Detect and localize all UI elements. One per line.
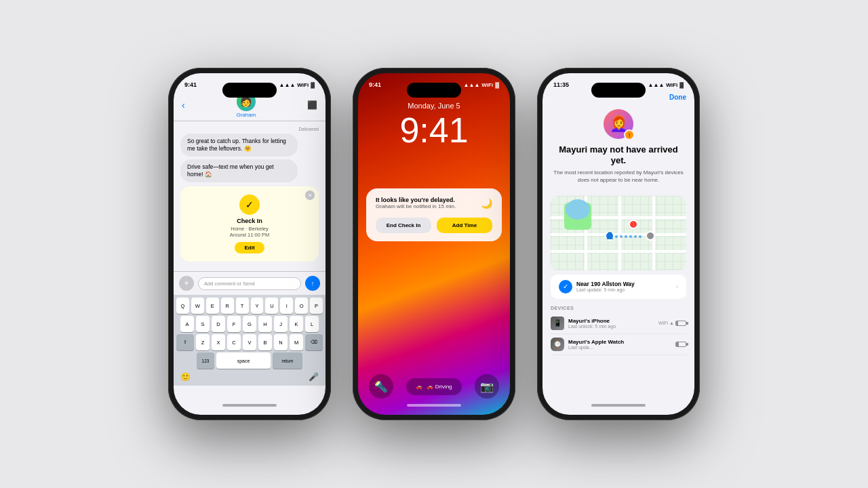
messages-list: Delivered So great to catch up. Thanks f… bbox=[174, 121, 326, 271]
dynamic-island-2 bbox=[407, 83, 461, 98]
notification-subtitle: Graham will be notified in 15 min. bbox=[376, 203, 456, 209]
keyboard: Q W E R T Y U I O P A S D F G H J K L bbox=[174, 295, 326, 386]
notification-emoji: 🌙 bbox=[481, 198, 492, 209]
send-button[interactable]: ↑ bbox=[305, 276, 320, 291]
home-indicator-1 bbox=[222, 404, 277, 407]
key-r[interactable]: R bbox=[221, 298, 234, 314]
end-checkin-button[interactable]: End Check In bbox=[376, 218, 431, 233]
key-y[interactable]: Y bbox=[251, 298, 264, 314]
mayuri-avatar-icon: 👩‍🦰 bbox=[610, 115, 628, 133]
road-v2 bbox=[618, 196, 621, 270]
key-d[interactable]: D bbox=[212, 316, 225, 332]
delete-key[interactable]: ⌫ bbox=[305, 334, 323, 350]
key-q[interactable]: Q bbox=[176, 298, 189, 314]
location-last-update: Last update: 5 min ago bbox=[576, 287, 635, 292]
flashlight-button[interactable]: 🔦 bbox=[369, 374, 393, 399]
key-h[interactable]: H bbox=[258, 316, 272, 332]
checkin-close-button[interactable]: ✕ bbox=[305, 190, 315, 200]
dictation-icon[interactable]: 🎤 bbox=[309, 372, 319, 382]
alert-avatar-container: 👩‍🦰 ! bbox=[604, 109, 633, 139]
map-route-dots bbox=[610, 235, 642, 238]
lock-status-icons: ▲▲▲ WiFi ▓ bbox=[464, 82, 499, 88]
key-b[interactable]: B bbox=[258, 334, 272, 350]
lock-date: Monday, June 5 bbox=[358, 102, 510, 110]
checkin-card: ✕ ✓ Check In Home · Berkeley Around 11:0… bbox=[180, 186, 319, 262]
driving-car-icon: 🚗 bbox=[416, 384, 422, 390]
contact-name: Graham bbox=[236, 112, 256, 118]
key-x[interactable]: X bbox=[212, 334, 225, 350]
checkin-check-icon: ✓ bbox=[239, 195, 260, 215]
alert-wifi: WiFi bbox=[666, 82, 677, 88]
back-button[interactable]: ‹ bbox=[182, 100, 185, 110]
signal-icon: ▲▲▲ bbox=[279, 82, 296, 88]
battery-icon: ▓ bbox=[311, 82, 315, 88]
checkin-title: Check In bbox=[237, 218, 262, 224]
add-attachment-button[interactable]: + bbox=[179, 276, 194, 291]
key-g[interactable]: G bbox=[243, 316, 256, 332]
keyboard-row-2: A S D F G H J K L bbox=[176, 316, 323, 332]
phone-messages: 9:41 ▲▲▲ WiFi ▓ ‹ 🧑 Graham ⬛ Delivered S… bbox=[168, 68, 331, 420]
notification-actions: End Check In Add Time bbox=[376, 218, 492, 233]
message-text-input[interactable]: Add comment or Send bbox=[198, 277, 301, 290]
numbers-key[interactable]: 123 bbox=[197, 352, 214, 369]
notification-title: It looks like you're delayed. bbox=[376, 197, 456, 203]
key-s[interactable]: S bbox=[196, 316, 210, 332]
watch-battery-indicator bbox=[675, 342, 686, 347]
wifi-icon: WiFi bbox=[297, 82, 309, 88]
return-key[interactable]: return bbox=[273, 352, 302, 369]
iphone-status: Last unlock: 5 min ago bbox=[568, 324, 654, 329]
iphone-name: Mayuri's iPhone bbox=[568, 318, 654, 324]
key-u[interactable]: U bbox=[265, 298, 278, 314]
iphone-battery-indicator: WiFi ▲ bbox=[658, 321, 686, 326]
key-c[interactable]: C bbox=[227, 334, 241, 350]
map-view[interactable]: 📍 👤 bbox=[551, 196, 686, 270]
driving-label: 🚗 Driving bbox=[427, 384, 452, 390]
alert-warning-badge: ! bbox=[624, 129, 635, 140]
key-p[interactable]: P bbox=[310, 298, 323, 314]
watch-name: Mayuri's Apple Watch bbox=[568, 339, 671, 345]
keyboard-row-1: Q W E R T Y U I O P bbox=[176, 298, 323, 314]
key-j[interactable]: J bbox=[274, 316, 288, 332]
shift-key[interactable]: ⇧ bbox=[176, 334, 194, 350]
checkin-edit-button[interactable]: Edit bbox=[235, 242, 264, 253]
home-indicator-3 bbox=[591, 404, 646, 407]
key-m[interactable]: M bbox=[290, 334, 303, 350]
key-t[interactable]: T bbox=[236, 298, 249, 314]
key-k[interactable]: K bbox=[290, 316, 303, 332]
key-a[interactable]: A bbox=[180, 316, 194, 332]
key-e[interactable]: E bbox=[206, 298, 219, 314]
driving-indicator[interactable]: 🚗 🚗 Driving bbox=[406, 378, 461, 395]
lock-wifi-icon: WiFi bbox=[481, 82, 493, 88]
key-i[interactable]: I bbox=[280, 298, 293, 314]
camera-button[interactable]: 📷 bbox=[475, 374, 499, 399]
video-call-button[interactable]: ⬛ bbox=[307, 100, 317, 110]
location-row[interactable]: ✓ Near 190 Allston Way Last update: 5 mi… bbox=[551, 274, 686, 299]
iphone-battery-bar bbox=[675, 321, 686, 326]
alert-description-text: The most recent location reported by May… bbox=[553, 169, 684, 184]
alert-title-text: Mayuri may not have arrived yet. bbox=[553, 144, 684, 165]
key-l[interactable]: L bbox=[305, 316, 319, 332]
key-f[interactable]: F bbox=[227, 316, 241, 332]
status-icons: ▲▲▲ WiFi ▓ bbox=[279, 82, 315, 88]
lock-battery-icon: ▓ bbox=[495, 82, 499, 88]
done-button[interactable]: Done bbox=[669, 94, 686, 101]
lockscreen-screen: 9:41 ▲▲▲ WiFi ▓ Monday, June 5 9:41 It l… bbox=[358, 73, 510, 415]
add-time-button[interactable]: Add Time bbox=[437, 218, 492, 233]
key-o[interactable]: O bbox=[295, 298, 308, 314]
iphone-wifi-signal: WiFi bbox=[658, 321, 668, 325]
space-key[interactable]: space bbox=[216, 352, 271, 369]
location-name: Near 190 Allston Way bbox=[576, 281, 635, 287]
key-w[interactable]: W bbox=[191, 298, 204, 314]
key-z[interactable]: Z bbox=[196, 334, 210, 350]
lock-screen-controls: 🔦 🚗 🚗 Driving 📷 bbox=[369, 374, 499, 399]
phone-checkin-alert: 11:35 ▲▲▲ WiFi ▓ Done 👩‍🦰 ! Mayuri may n… bbox=[537, 68, 700, 420]
emoji-icon[interactable]: 🙂 bbox=[180, 372, 191, 382]
notification-header: It looks like you're delayed. Graham wil… bbox=[376, 197, 492, 209]
lock-notification-card: It looks like you're delayed. Graham wil… bbox=[366, 188, 502, 241]
message-bubble-1: So great to catch up. Thanks for letting… bbox=[180, 134, 298, 157]
keyboard-bottom-row: 🙂 🎤 bbox=[176, 371, 323, 383]
message-input-bar: + Add comment or Send ↑ bbox=[174, 271, 326, 295]
key-v[interactable]: V bbox=[243, 334, 256, 350]
key-n[interactable]: N bbox=[274, 334, 288, 350]
keyboard-row-3: ⇧ Z X C V B N M ⌫ bbox=[176, 334, 323, 350]
